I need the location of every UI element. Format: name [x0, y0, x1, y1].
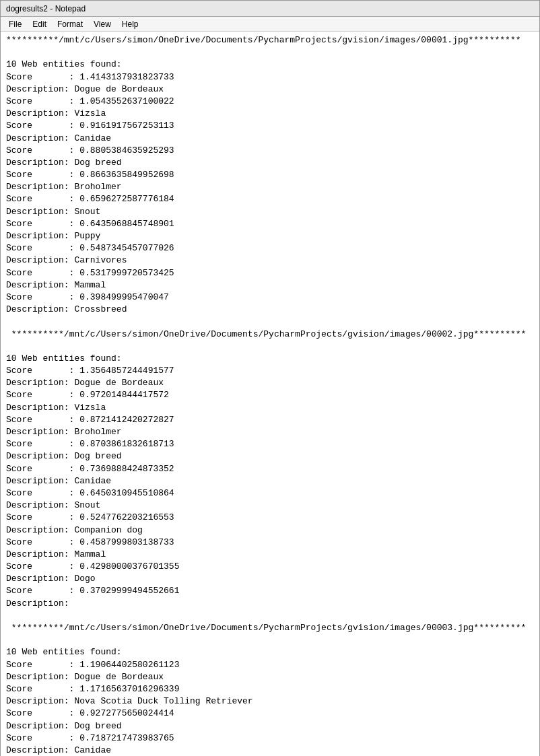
menu-edit[interactable]: Edit	[27, 18, 52, 30]
notepad-window: dogresults2 - Notepad File Edit Format V…	[0, 0, 540, 756]
menu-bar: File Edit Format View Help	[1, 17, 539, 32]
title-bar-text: dogresults2 - Notepad	[6, 4, 86, 13]
text-content[interactable]: **********/mnt/c/Users/simon/OneDrive/Do…	[1, 32, 539, 756]
menu-file[interactable]: File	[3, 18, 27, 30]
menu-help[interactable]: Help	[116, 18, 144, 30]
menu-format[interactable]: Format	[52, 18, 88, 30]
menu-view[interactable]: View	[88, 18, 116, 30]
title-bar: dogresults2 - Notepad	[1, 1, 539, 17]
